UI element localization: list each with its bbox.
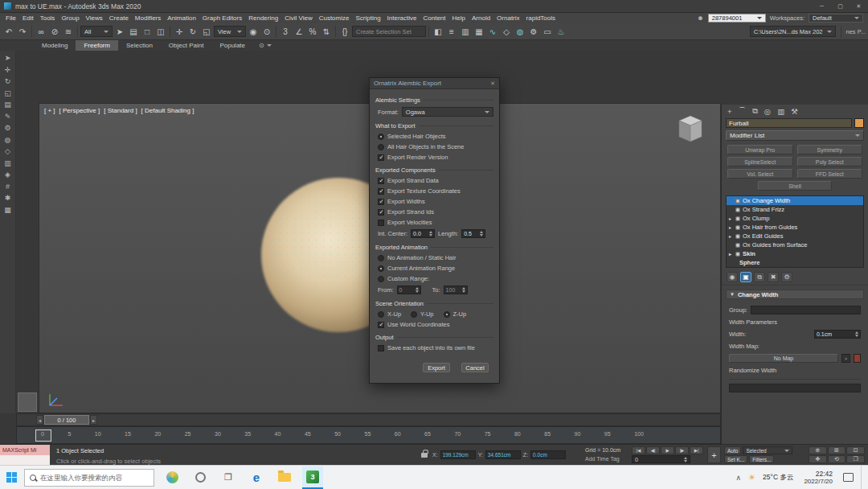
rendered-frame-window-icon[interactable]: ▭ (541, 25, 554, 39)
stack-row-ox-clump[interactable]: ▸ Ox Clump (727, 214, 863, 223)
option-no-animation[interactable]: No Animation / Static Hair (378, 254, 493, 261)
reference-coordinate-dropdown[interactable]: View (214, 26, 246, 37)
remove-modifier-icon[interactable]: ✖ (768, 272, 779, 282)
3ds-max-taskbar-button[interactable]: 3 (302, 466, 323, 489)
checkbox-export-strand-ids[interactable] (378, 209, 384, 216)
menu-item-modifiers[interactable]: Modifiers (132, 14, 164, 22)
set-key-button[interactable]: Set K... (724, 455, 747, 463)
next-frame-icon[interactable]: ▸ (90, 415, 97, 425)
radio-no-animation[interactable] (378, 255, 384, 261)
file-explorer-button[interactable] (274, 466, 295, 489)
left-tool-7-icon[interactable]: ⚙ (4, 125, 10, 132)
left-tool-9-icon[interactable]: ◇ (5, 148, 10, 155)
to-spinner[interactable]: 100 (444, 286, 468, 294)
dialog-close-icon[interactable]: ✕ (490, 80, 495, 87)
snaps-toggle-icon[interactable]: 3 (279, 25, 292, 39)
maximize-button[interactable]: ▢ (831, 0, 850, 12)
option-export-velocities[interactable]: Export Velocities (378, 219, 493, 226)
width-spinner[interactable]: 0.1cm (814, 330, 861, 339)
named-selection-set-input[interactable] (352, 26, 426, 37)
tab-selection[interactable]: Selection (118, 40, 161, 51)
left-tool-2-icon[interactable]: ✛ (5, 67, 11, 74)
close-button[interactable]: ✕ (850, 0, 868, 12)
start-button[interactable] (6, 472, 17, 483)
make-unique-icon[interactable]: ⧉ (754, 272, 765, 282)
menu-item-interactive[interactable]: Interactive (384, 14, 420, 22)
select-object-icon[interactable]: ➤ (113, 25, 126, 39)
map-channel-button[interactable]: ▪ (841, 354, 850, 363)
zoom-icon[interactable]: ⊕ (809, 446, 827, 454)
option-all-hair-objects[interactable]: All Hair Objects in the Scene (378, 143, 493, 150)
redo-icon[interactable]: ↷ (16, 25, 29, 39)
menu-item-arnold[interactable]: Arnold (469, 14, 493, 22)
go-to-end-icon[interactable]: ▶| (690, 446, 703, 454)
selection-filter-dropdown[interactable]: All (80, 26, 113, 37)
spinner-arrows-icon[interactable] (480, 231, 483, 236)
checkbox-export-render-version[interactable] (378, 154, 384, 161)
radio-current-animation-range[interactable] (378, 265, 384, 272)
radio-z-up[interactable] (444, 311, 450, 318)
select-and-rotate-icon[interactable]: ↻ (186, 25, 199, 39)
stack-row-ox-strand-frizz[interactable]: Ox Strand Frizz (727, 205, 863, 214)
mirror-icon[interactable]: ◧ (432, 25, 444, 39)
menu-item-customize[interactable]: Customize (316, 14, 353, 22)
stack-row-sphere[interactable]: Sphere (727, 258, 863, 267)
next-frame-button-icon[interactable]: |▶ (675, 446, 689, 454)
checkbox-export-velocities[interactable] (378, 220, 384, 226)
format-dropdown[interactable]: Ogawa (402, 107, 493, 117)
previous-frame-button-icon[interactable]: ◀| (646, 446, 660, 454)
option-current-animation-range[interactable]: Current Animation Range (378, 265, 493, 272)
time-slider-handle[interactable]: 0 / 100 (44, 415, 89, 425)
left-tool-13-icon[interactable]: ✱ (5, 195, 11, 202)
weather-app-button[interactable] (162, 466, 182, 489)
search-input[interactable] (40, 474, 149, 482)
stack-row-ox-edit-guides[interactable]: ▸ Ox Edit Guides (727, 232, 863, 240)
left-tool-5-icon[interactable]: ▤ (4, 101, 11, 109)
modifier-visibility-icon[interactable] (735, 225, 740, 230)
expand-arrow-icon[interactable]: ▸ (729, 234, 733, 239)
hierarchy-tab-icon[interactable]: ⧉ (752, 106, 758, 116)
angle-snap-icon[interactable]: ∠ (293, 25, 305, 39)
width-map-button[interactable]: No Map (729, 354, 838, 363)
stack-row-ox-hair-from-guides[interactable]: ▸ Ox Hair from Guides (727, 223, 863, 232)
group-field[interactable] (751, 306, 861, 314)
checkbox-export-texture-coordinates[interactable] (378, 188, 384, 195)
tab-object-paint[interactable]: Object Paint (161, 40, 212, 51)
option-export-strand-data[interactable]: Export Strand Data (378, 177, 493, 184)
account-dropdown[interactable]: 287894001 (708, 14, 766, 23)
randomize-field[interactable] (729, 384, 861, 392)
length-spinner[interactable]: 0.5 (461, 229, 485, 238)
zoom-all-icon[interactable]: ⊞ (828, 446, 846, 454)
dialog-title-bar[interactable]: Ornatrix Alembic Export ✕ (370, 78, 499, 89)
stack-row-ox-guides-from-surface[interactable]: Ox Guides from Surface (727, 240, 863, 249)
preset-vol-select-button[interactable]: Vol. Select (727, 169, 793, 179)
maxscript-mini-listener[interactable]: MAXScript Mi (0, 445, 50, 466)
select-and-move-icon[interactable]: ✛ (173, 25, 186, 39)
menu-item-help[interactable]: Help (449, 14, 469, 22)
pan-icon[interactable]: ✥ (809, 455, 827, 463)
viewcube[interactable] (672, 112, 709, 146)
option-export-texture-coordinates[interactable]: Export Texture Coordinates (378, 187, 493, 195)
checkbox-export-strand-data[interactable] (378, 178, 384, 184)
menu-item-edit[interactable]: Edit (19, 14, 37, 22)
set-keys-button[interactable]: + (707, 446, 721, 463)
ribbon-toggle-icon[interactable]: ▦ (473, 25, 485, 39)
left-tool-4-icon[interactable]: ◱ (4, 90, 11, 97)
viewport-menu-pov[interactable]: [ Perspective ] (59, 107, 100, 114)
menu-item-content[interactable]: Content (420, 14, 449, 22)
hidden-icons-chevron-icon[interactable]: ∧ (735, 474, 741, 482)
material-editor-icon[interactable]: ◍ (514, 25, 526, 39)
align-icon[interactable]: ≡ (445, 25, 458, 39)
render-setup-icon[interactable]: ⚙ (527, 25, 540, 39)
tab-populate[interactable]: Populate (211, 40, 253, 51)
go-to-start-icon[interactable]: |◀ (632, 446, 645, 454)
object-name-field[interactable] (726, 118, 852, 128)
viewport-menu-general[interactable]: [ + ] (44, 107, 55, 114)
unlink-selection-icon[interactable]: ⊘ (48, 25, 61, 39)
expand-arrow-icon[interactable]: ▸ (729, 252, 733, 257)
modifier-visibility-icon[interactable] (735, 199, 740, 203)
selection-region-icon[interactable]: □ (141, 25, 154, 39)
current-frame-field[interactable]: 0 (632, 455, 690, 463)
cancel-button[interactable]: Cancel (461, 363, 489, 372)
modify-tab-icon[interactable]: ⌒ (739, 106, 747, 117)
